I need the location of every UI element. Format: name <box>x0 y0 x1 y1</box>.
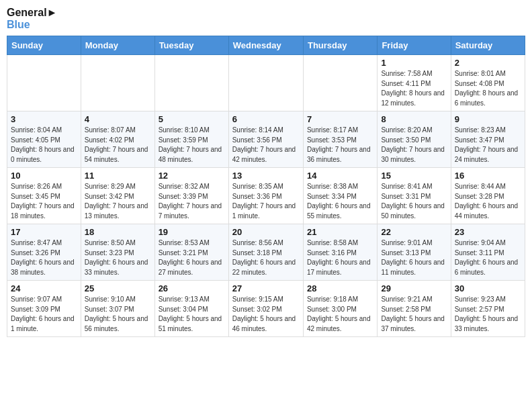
day-number: 1 <box>381 58 447 68</box>
calendar-cell: 27Sunrise: 9:15 AM Sunset: 3:02 PM Dayli… <box>228 281 303 337</box>
day-number: 29 <box>381 283 447 293</box>
day-info: Sunrise: 9:15 AM Sunset: 3:02 PM Dayligh… <box>232 295 300 334</box>
calendar-cell <box>228 55 303 111</box>
calendar-cell: 13Sunrise: 8:35 AM Sunset: 3:36 PM Dayli… <box>228 168 303 224</box>
calendar-cell: 16Sunrise: 8:44 AM Sunset: 3:28 PM Dayli… <box>451 168 525 224</box>
day-number: 9 <box>455 114 521 124</box>
calendar-cell: 30Sunrise: 9:23 AM Sunset: 2:57 PM Dayli… <box>451 281 525 337</box>
calendar-cell: 7Sunrise: 8:17 AM Sunset: 3:53 PM Daylig… <box>303 111 377 168</box>
calendar-cell: 8Sunrise: 8:20 AM Sunset: 3:50 PM Daylig… <box>378 111 451 168</box>
calendar-week-row: 24Sunrise: 9:07 AM Sunset: 3:09 PM Dayli… <box>7 281 525 337</box>
day-info: Sunrise: 8:35 AM Sunset: 3:36 PM Dayligh… <box>232 182 300 221</box>
day-number: 19 <box>159 227 225 237</box>
calendar-cell: 15Sunrise: 8:41 AM Sunset: 3:31 PM Dayli… <box>378 168 451 224</box>
day-number: 25 <box>85 283 151 293</box>
calendar-cell: 24Sunrise: 9:07 AM Sunset: 3:09 PM Dayli… <box>7 281 81 337</box>
day-info: Sunrise: 8:26 AM Sunset: 3:45 PM Dayligh… <box>11 182 77 221</box>
day-number: 15 <box>381 171 447 181</box>
day-info: Sunrise: 8:14 AM Sunset: 3:56 PM Dayligh… <box>232 126 300 165</box>
day-info: Sunrise: 8:50 AM Sunset: 3:23 PM Dayligh… <box>85 238 151 277</box>
calendar-cell <box>303 55 377 111</box>
calendar-table: SundayMondayTuesdayWednesdayThursdayFrid… <box>7 36 525 337</box>
calendar-cell: 10Sunrise: 8:26 AM Sunset: 3:45 PM Dayli… <box>7 168 81 224</box>
calendar-cell: 2Sunrise: 8:01 AM Sunset: 4:08 PM Daylig… <box>451 55 525 111</box>
calendar-cell <box>81 55 154 111</box>
day-info: Sunrise: 8:23 AM Sunset: 3:47 PM Dayligh… <box>455 126 521 165</box>
day-number: 4 <box>85 114 151 124</box>
logo-blue: Blue <box>7 19 57 31</box>
calendar-cell: 3Sunrise: 8:04 AM Sunset: 4:05 PM Daylig… <box>7 111 81 168</box>
calendar-header-row: SundayMondayTuesdayWednesdayThursdayFrid… <box>7 36 525 55</box>
day-number: 30 <box>455 283 521 293</box>
day-number: 14 <box>307 171 373 181</box>
day-info: Sunrise: 8:41 AM Sunset: 3:31 PM Dayligh… <box>381 182 447 221</box>
day-number: 13 <box>232 171 300 181</box>
calendar-cell: 5Sunrise: 8:10 AM Sunset: 3:59 PM Daylig… <box>154 111 228 168</box>
day-info: Sunrise: 8:01 AM Sunset: 4:08 PM Dayligh… <box>455 69 521 108</box>
day-info: Sunrise: 7:58 AM Sunset: 4:11 PM Dayligh… <box>381 69 447 108</box>
weekday-header: Sunday <box>7 36 81 55</box>
day-number: 24 <box>11 283 77 293</box>
day-info: Sunrise: 8:20 AM Sunset: 3:50 PM Dayligh… <box>381 126 447 165</box>
calendar-week-row: 3Sunrise: 8:04 AM Sunset: 4:05 PM Daylig… <box>7 111 525 168</box>
calendar-cell: 29Sunrise: 9:21 AM Sunset: 2:58 PM Dayli… <box>378 281 451 337</box>
day-number: 22 <box>381 227 447 237</box>
calendar-cell: 26Sunrise: 9:13 AM Sunset: 3:04 PM Dayli… <box>154 281 228 337</box>
day-number: 18 <box>85 227 151 237</box>
weekday-header: Friday <box>378 36 451 55</box>
calendar-cell: 12Sunrise: 8:32 AM Sunset: 3:39 PM Dayli… <box>154 168 228 224</box>
logo-svg: General► Blue <box>7 7 57 30</box>
day-info: Sunrise: 8:32 AM Sunset: 3:39 PM Dayligh… <box>159 182 225 221</box>
day-info: Sunrise: 8:44 AM Sunset: 3:28 PM Dayligh… <box>455 182 521 221</box>
day-number: 28 <box>307 283 373 293</box>
calendar-cell: 17Sunrise: 8:47 AM Sunset: 3:26 PM Dayli… <box>7 224 81 281</box>
day-number: 17 <box>11 227 77 237</box>
day-info: Sunrise: 9:13 AM Sunset: 3:04 PM Dayligh… <box>159 295 225 334</box>
calendar-cell: 4Sunrise: 8:07 AM Sunset: 4:02 PM Daylig… <box>81 111 154 168</box>
calendar-cell: 20Sunrise: 8:56 AM Sunset: 3:18 PM Dayli… <box>228 224 303 281</box>
day-number: 20 <box>232 227 300 237</box>
day-number: 2 <box>455 58 521 68</box>
calendar-cell: 1Sunrise: 7:58 AM Sunset: 4:11 PM Daylig… <box>378 55 451 111</box>
calendar-cell: 25Sunrise: 9:10 AM Sunset: 3:07 PM Dayli… <box>81 281 154 337</box>
calendar-cell: 22Sunrise: 9:01 AM Sunset: 3:13 PM Dayli… <box>378 224 451 281</box>
calendar-week-row: 17Sunrise: 8:47 AM Sunset: 3:26 PM Dayli… <box>7 224 525 281</box>
calendar-cell: 14Sunrise: 8:38 AM Sunset: 3:34 PM Dayli… <box>303 168 377 224</box>
day-info: Sunrise: 8:07 AM Sunset: 4:02 PM Dayligh… <box>85 126 151 165</box>
page-header: General► Blue <box>7 7 525 30</box>
logo-general: General► <box>7 7 57 19</box>
day-info: Sunrise: 9:21 AM Sunset: 2:58 PM Dayligh… <box>381 295 447 334</box>
day-number: 21 <box>307 227 373 237</box>
weekday-header: Thursday <box>303 36 377 55</box>
day-number: 26 <box>159 283 225 293</box>
day-info: Sunrise: 9:01 AM Sunset: 3:13 PM Dayligh… <box>381 238 447 277</box>
day-info: Sunrise: 8:10 AM Sunset: 3:59 PM Dayligh… <box>159 126 225 165</box>
day-number: 8 <box>381 114 447 124</box>
calendar-cell <box>7 55 81 111</box>
calendar-cell: 6Sunrise: 8:14 AM Sunset: 3:56 PM Daylig… <box>228 111 303 168</box>
day-number: 11 <box>85 171 151 181</box>
calendar-week-row: 10Sunrise: 8:26 AM Sunset: 3:45 PM Dayli… <box>7 168 525 224</box>
day-number: 16 <box>455 171 521 181</box>
day-number: 6 <box>232 114 300 124</box>
weekday-header: Saturday <box>451 36 525 55</box>
weekday-header: Wednesday <box>228 36 303 55</box>
day-info: Sunrise: 8:38 AM Sunset: 3:34 PM Dayligh… <box>307 182 373 221</box>
calendar-cell <box>154 55 228 111</box>
day-number: 10 <box>11 171 77 181</box>
calendar-cell: 18Sunrise: 8:50 AM Sunset: 3:23 PM Dayli… <box>81 224 154 281</box>
day-info: Sunrise: 8:47 AM Sunset: 3:26 PM Dayligh… <box>11 238 77 277</box>
day-info: Sunrise: 8:53 AM Sunset: 3:21 PM Dayligh… <box>159 238 225 277</box>
calendar-cell: 19Sunrise: 8:53 AM Sunset: 3:21 PM Dayli… <box>154 224 228 281</box>
day-info: Sunrise: 8:56 AM Sunset: 3:18 PM Dayligh… <box>232 238 300 277</box>
day-info: Sunrise: 9:23 AM Sunset: 2:57 PM Dayligh… <box>455 295 521 334</box>
calendar-cell: 11Sunrise: 8:29 AM Sunset: 3:42 PM Dayli… <box>81 168 154 224</box>
calendar-week-row: 1Sunrise: 7:58 AM Sunset: 4:11 PM Daylig… <box>7 55 525 111</box>
weekday-header: Tuesday <box>154 36 228 55</box>
day-info: Sunrise: 8:04 AM Sunset: 4:05 PM Dayligh… <box>11 126 77 165</box>
day-info: Sunrise: 8:58 AM Sunset: 3:16 PM Dayligh… <box>307 238 373 277</box>
logo: General► Blue <box>7 7 57 30</box>
calendar-cell: 23Sunrise: 9:04 AM Sunset: 3:11 PM Dayli… <box>451 224 525 281</box>
day-number: 23 <box>455 227 521 237</box>
day-info: Sunrise: 9:10 AM Sunset: 3:07 PM Dayligh… <box>85 295 151 334</box>
